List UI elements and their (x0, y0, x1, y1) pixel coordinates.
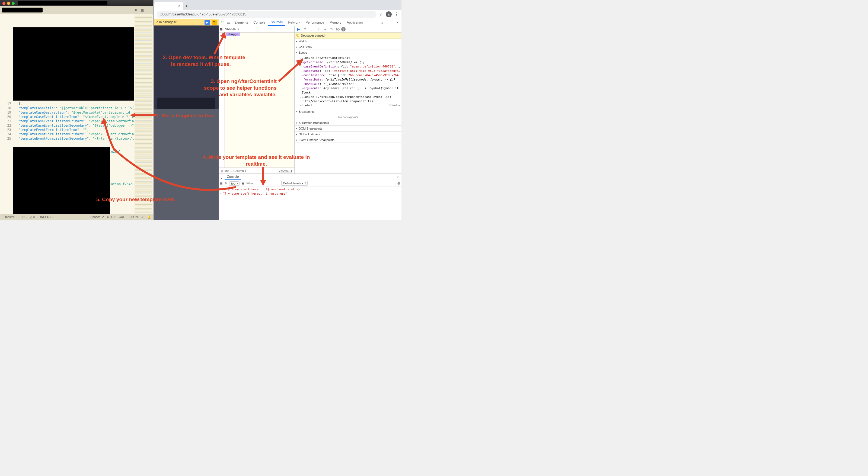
source-file-tab[interactable]: VM2502 × (223, 26, 241, 32)
scope-closure-file[interactable]: item/case-event-list-item.component.ts) (300, 99, 400, 103)
event-listener-bp-pane[interactable]: ▸Event Listener Breakpoints (294, 137, 401, 143)
compare-icon[interactable]: ⇅ (134, 8, 138, 12)
scope-pane[interactable]: ▾Scope ▾Closure (ngAfterContentInit) ▸ge… (294, 50, 401, 109)
bell-icon[interactable]: 🔔 (147, 215, 151, 219)
new-tab-button[interactable]: + (183, 3, 190, 10)
scope-var-TRANSLATE[interactable]: ▸TRANSLATE: f _TRANSLATE(str) (300, 82, 400, 86)
menu-icon[interactable]: ⋮ (394, 12, 399, 17)
breakpoints-pane[interactable]: ▾Breakpoints No breakpoints (294, 109, 401, 120)
levels-select[interactable]: Default levels ▾ (281, 181, 308, 186)
pause-exceptions-icon[interactable]: ⨂ (335, 27, 341, 32)
scope-var-arguments[interactable]: ▸arguments: Arguments [callee: (...), Sy… (300, 86, 400, 91)
resume-icon[interactable]: ▶ (296, 27, 302, 32)
code-area[interactable]: ], "templateCaseTitle": "${getVariable('… (13, 14, 134, 214)
encoding[interactable]: UTF-8 (107, 215, 116, 218)
tabstrip: × + (154, 0, 401, 10)
step-icon[interactable]: → (322, 27, 328, 32)
device-icon[interactable]: ▭ (226, 20, 231, 25)
callstack-pane[interactable]: ▸Call Stack (294, 44, 401, 50)
source-link[interactable]: VM2501:1 (279, 169, 292, 172)
pause-icon[interactable]: ‖ (341, 27, 346, 31)
step-over-icon[interactable]: ↷ (302, 27, 308, 32)
line-number: 18 (7, 106, 11, 110)
line-number: 25 (7, 136, 11, 141)
close-tab-icon[interactable]: × (178, 4, 180, 8)
minimap[interactable] (134, 14, 153, 214)
devtools-tab-network[interactable]: Network (285, 19, 303, 26)
devtools-tab-performance[interactable]: Performance (303, 19, 327, 26)
scope-var-caseEvent[interactable]: ▸caseEvent: {id: "983440a3-8811-4a1d-989… (300, 69, 400, 73)
split-icon[interactable]: ▥ (140, 8, 145, 12)
devtools-tab-elements[interactable]: Elements (231, 19, 251, 26)
scope-var-caseInstance[interactable]: ▸caseInstance: Case {_id: "6a33eac0-847d… (300, 73, 400, 77)
scope-var-caseEventDefinition[interactable]: ▸caseEventDefinition: {id: "event-defini… (300, 65, 400, 69)
step-icon[interactable]: ↷ (212, 20, 217, 25)
url-input[interactable]: :3000/#/case/6a33eac0-847d-458e-9f05-764… (156, 11, 376, 18)
code-line[interactable]: "templateEventFormListItemSecondary": "<… (14, 136, 140, 141)
code-line[interactable]: "templateEventFormListItemPrimary": "<sp… (14, 132, 140, 136)
more-tabs-icon[interactable]: » (380, 20, 385, 25)
indent[interactable]: Spaces: 2 (91, 215, 104, 218)
filter-input[interactable] (247, 182, 279, 185)
devtools-tab-console[interactable]: Console (251, 19, 268, 26)
code-line[interactable]: ], (14, 102, 22, 106)
language-mode[interactable]: JSON (130, 215, 137, 218)
more-icon[interactable]: ⋯ (147, 8, 152, 12)
step-out-icon[interactable]: ↑ (315, 27, 321, 32)
context-select[interactable]: top (229, 181, 239, 186)
devtools-tab-memory[interactable]: Memory (327, 19, 344, 26)
devtools-tab-sources[interactable]: Sources (268, 19, 285, 26)
console-drawer: ⋮ Console × ▦ ⊘ top ◉ Default levels ▾ ⚙… (219, 173, 401, 220)
minimize-icon[interactable] (7, 2, 10, 5)
eye-icon[interactable]: ◉ (242, 182, 244, 185)
gear-icon[interactable]: ⚙ (397, 181, 400, 185)
global-listeners-pane[interactable]: ▸Global Listeners (294, 132, 401, 137)
xhr-bp-pane[interactable]: ▸XHR/fetch Breakpoints (294, 120, 401, 126)
editor-body: 171819202122232425 ], "templateCaseTitle… (0, 14, 153, 214)
scope-closure-file[interactable]: ▸Closure (./src/app/case/components/case… (300, 95, 400, 99)
inspect-icon[interactable]: ⬚ (220, 20, 225, 25)
code-line[interactable]: "templateEventFormListItemIcon": "", (14, 128, 89, 132)
source-code[interactable]: 1 debugger (219, 33, 294, 168)
warnings[interactable]: △ 0 (30, 215, 35, 219)
errors[interactable]: ⊘ 0 (22, 215, 27, 219)
devtools-tab-application[interactable]: Application (344, 19, 365, 26)
close-devtools-icon[interactable]: × (395, 20, 400, 25)
close-drawer-icon[interactable]: × (395, 175, 400, 179)
sync-icon[interactable]: ↕ (18, 215, 20, 218)
navigator-icon[interactable]: ▦ (220, 27, 222, 31)
code-line[interactable]: "templateCaseTitle": "${getVariable('par… (14, 106, 140, 110)
code-line[interactable]: "templateCaseEventListItemSecondary": "$… (14, 123, 136, 128)
redacted-tab (2, 8, 42, 12)
feedback-icon[interactable]: ☺ (141, 215, 144, 218)
eol[interactable]: CRLF (119, 215, 127, 218)
browser-tab[interactable]: × (154, 2, 183, 10)
profile-icon[interactable]: ⍟ (386, 11, 392, 18)
resume-icon[interactable]: ▶ (205, 20, 210, 25)
app-menu-icon[interactable]: ⋮ (212, 29, 216, 35)
scope-var-formatDate[interactable]: ▸formatDate: (unixTimeInMilliseconds, fo… (300, 77, 400, 82)
settings-icon[interactable]: ⋮ (388, 20, 393, 25)
step-into-icon[interactable]: ↓ (309, 27, 315, 32)
scope-closure[interactable]: ▾Closure (ngAfterContentInit) (300, 56, 400, 60)
sidebar-icon[interactable]: ▦ (220, 182, 222, 185)
code-line[interactable]: "templateCaseEventListItemIcon": "${case… (14, 115, 140, 119)
close-icon[interactable] (2, 2, 5, 5)
code-line[interactable]: "templateCaseDescription": "${getVariabl… (14, 110, 138, 115)
watch-pane[interactable]: ▸Watch (294, 38, 401, 44)
drawer-menu-icon[interactable]: ⋮ (220, 175, 223, 179)
deactivate-bp-icon[interactable]: ⬭ (328, 27, 334, 32)
code-line[interactable]: "templateCaseEventListItemPrimary": "<sp… (14, 119, 140, 123)
git-branch[interactable]: ᚶ master* (2, 215, 16, 218)
scope-block[interactable]: ▸Block (300, 91, 400, 95)
dom-bp-pane[interactable]: ▸DOM Breakpoints (294, 126, 401, 132)
clear-icon[interactable]: ⊘ (225, 182, 227, 185)
close-icon[interactable]: × (237, 27, 239, 31)
browser-window: × + :3000/#/case/6a33eac0-847d-458e-9f05… (154, 0, 401, 220)
console-body[interactable]: › `Try some stuff here... ${caseEvent.st… (219, 187, 401, 220)
star-icon[interactable]: ☆ (379, 12, 383, 17)
scope-var-getVariable[interactable]: ▸getVariable: (variableName) => {…} (300, 60, 400, 65)
maximize-icon[interactable] (12, 2, 14, 5)
console-tab[interactable]: Console (225, 174, 241, 180)
scope-global[interactable]: ▸GlobalWindow (300, 103, 400, 108)
